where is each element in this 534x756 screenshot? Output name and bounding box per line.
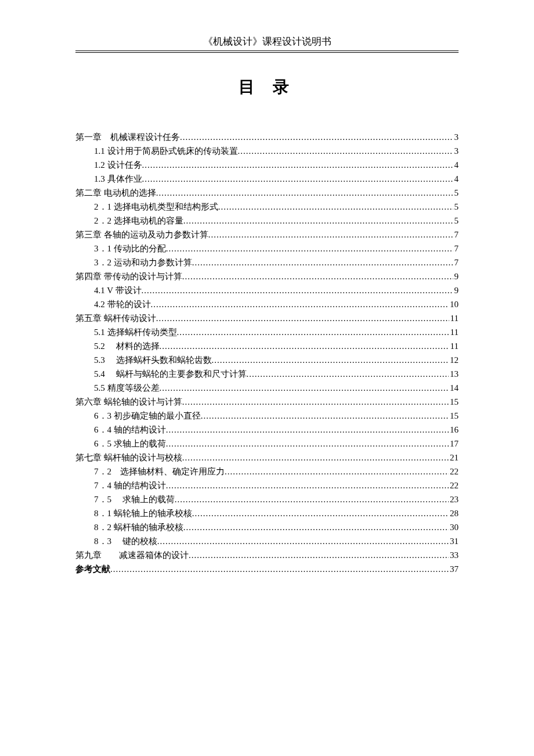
toc-leader-dots xyxy=(183,520,449,534)
toc-entry-label: 第一章 机械课程设计任务 xyxy=(75,130,180,144)
toc-entry-page: 7 xyxy=(453,255,459,269)
toc-entry: 8．1 蜗轮轴上的轴承校核28 xyxy=(75,506,459,520)
toc-entry: 7．2 选择轴材料、确定许用应力22 xyxy=(75,465,459,478)
toc-entry-page: 3 xyxy=(453,144,459,158)
toc-entry: 第九章 减速器箱体的设计33 xyxy=(75,548,459,562)
toc-entry-page: 5 xyxy=(453,200,459,214)
toc-entry-page: 13 xyxy=(449,367,459,381)
toc-entry-label: 8．2 蜗杆轴的轴承校核 xyxy=(94,520,183,534)
toc-entry-page: 3 xyxy=(453,130,459,144)
toc-entry: 5.2 材料的选择11 xyxy=(75,339,459,353)
table-of-contents: 第一章 机械课程设计任务31.1 设计用于简易卧式铣床的传动装置31.2 设计任… xyxy=(75,130,459,576)
toc-entry-label: 5.3 选择蜗杆头数和蜗轮齿数 xyxy=(94,353,212,367)
toc-entry: 6．5 求轴上的载荷17 xyxy=(75,437,459,451)
toc-entry-label: 5.5 精度等级公差 xyxy=(94,381,160,395)
toc-leader-dots xyxy=(157,534,449,548)
toc-entry: 1.3 具体作业4 xyxy=(75,172,459,186)
toc-entry-label: 3．2 运动和动力参数计算 xyxy=(94,255,192,269)
toc-entry-page: 11 xyxy=(449,325,459,339)
toc-entry-label: 7．5 求轴上的载荷 xyxy=(94,492,175,506)
toc-entry-label: 7．2 选择轴材料、确定许用应力 xyxy=(94,465,225,478)
toc-entry-label: 5.2 材料的选择 xyxy=(94,339,160,353)
toc-entry: 8．2 蜗杆轴的轴承校核30 xyxy=(75,520,459,534)
toc-entry-page: 9 xyxy=(453,283,459,297)
toc-entry-page: 28 xyxy=(449,506,459,520)
toc-entry: 5.5 精度等级公差14 xyxy=(75,381,459,395)
toc-entry-page: 14 xyxy=(449,381,459,395)
toc-entry-label: 参考文献 xyxy=(75,562,110,576)
toc-entry-page: 33 xyxy=(449,548,459,562)
toc-entry-label: 第三章 各轴的运动及动力参数计算 xyxy=(75,228,208,242)
toc-entry-label: 4.1 V 带设计 xyxy=(94,283,142,297)
toc-leader-dots xyxy=(201,409,449,423)
toc-entry-page: 15 xyxy=(449,409,459,423)
toc-entry: 3．2 运动和动力参数计算7 xyxy=(75,255,459,269)
toc-leader-dots xyxy=(182,395,449,409)
toc-entry: 4.1 V 带设计9 xyxy=(75,283,459,297)
toc-entry: 2．2 选择电动机的容量5 xyxy=(75,214,459,228)
toc-leader-dots xyxy=(142,172,453,186)
toc-entry-label: 2．2 选择电动机的容量 xyxy=(94,214,183,228)
toc-leader-dots xyxy=(151,297,449,311)
toc-entry-page: 7 xyxy=(453,242,459,255)
toc-entry: 2．1 选择电动机类型和结构形式5 xyxy=(75,200,459,214)
toc-leader-dots xyxy=(238,144,453,158)
toc-entry: 6．4 轴的结构设计16 xyxy=(75,423,459,437)
toc-entry: 第六章 蜗轮轴的设计与计算15 xyxy=(75,395,459,409)
toc-leader-dots xyxy=(110,562,449,576)
toc-leader-dots xyxy=(166,242,453,255)
toc-leader-dots xyxy=(156,186,453,200)
toc-entry: 8．3 键的校核31 xyxy=(75,534,459,548)
toc-entry-page: 9 xyxy=(453,269,459,283)
toc-entry-label: 8．1 蜗轮轴上的轴承校核 xyxy=(94,506,192,520)
toc-leader-dots xyxy=(180,130,453,144)
toc-entry-page: 31 xyxy=(449,534,459,548)
toc-leader-dots xyxy=(142,158,453,172)
toc-leader-dots xyxy=(183,214,453,228)
toc-leader-dots xyxy=(225,465,449,478)
toc-leader-dots xyxy=(142,283,453,297)
toc-leader-dots xyxy=(166,478,449,492)
document-page: 《机械设计》课程设计说明书 目 录 第一章 机械课程设计任务31.1 设计用于简… xyxy=(0,0,534,611)
toc-entry-label: 5.1 选择蜗杆传动类型 xyxy=(94,325,177,339)
toc-entry-page: 11 xyxy=(449,339,459,353)
toc-entry-label: 第九章 减速器箱体的设计 xyxy=(75,548,189,562)
toc-entry-label: 第六章 蜗轮轴的设计与计算 xyxy=(75,395,182,409)
toc-entry-label: 6．3 初步确定轴的最小直径 xyxy=(94,409,201,423)
toc-leader-dots xyxy=(192,506,449,520)
toc-entry-label: 5.4 蜗杆与蜗轮的主要参数和尺寸计算 xyxy=(94,367,247,381)
toc-entry: 7．5 求轴上的载荷23 xyxy=(75,492,459,506)
toc-entry: 1.1 设计用于简易卧式铣床的传动装置3 xyxy=(75,144,459,158)
toc-entry-page: 37 xyxy=(449,562,459,576)
running-header: 《机械设计》课程设计说明书 xyxy=(75,35,459,51)
toc-leader-dots xyxy=(175,492,449,506)
toc-entry-label: 第四章 带传动的设计与计算 xyxy=(75,269,182,283)
toc-entry: 4.2 带轮的设计10 xyxy=(75,297,459,311)
header-divider xyxy=(75,51,459,53)
toc-entry-page: 23 xyxy=(449,492,459,506)
toc-entry: 第二章 电动机的选择5 xyxy=(75,186,459,200)
toc-entry: 第四章 带传动的设计与计算9 xyxy=(75,269,459,283)
toc-entry: 第七章 蜗杆轴的设计与校核21 xyxy=(75,451,459,465)
toc-entry-page: 30 xyxy=(449,520,459,534)
toc-entry-label: 1.1 设计用于简易卧式铣床的传动装置 xyxy=(94,144,238,158)
toc-entry: 第三章 各轴的运动及动力参数计算7 xyxy=(75,228,459,242)
toc-entry-label: 1.3 具体作业 xyxy=(94,172,142,186)
toc-entry: 3．1 传动比的分配7 xyxy=(75,242,459,255)
toc-entry: 第五章 蜗杆传动设计11 xyxy=(75,311,459,325)
toc-entry-page: 11 xyxy=(449,311,459,325)
toc-leader-dots xyxy=(166,423,449,437)
toc-entry-label: 第五章 蜗杆传动设计 xyxy=(75,311,156,325)
toc-entry-page: 5 xyxy=(453,186,459,200)
toc-leader-dots xyxy=(189,548,449,562)
toc-entry-label: 2．1 选择电动机类型和结构形式 xyxy=(94,200,218,214)
toc-entry: 5.4 蜗杆与蜗轮的主要参数和尺寸计算13 xyxy=(75,367,459,381)
toc-entry: 5.3 选择蜗杆头数和蜗轮齿数12 xyxy=(75,353,459,367)
toc-leader-dots xyxy=(182,269,453,283)
toc-leader-dots xyxy=(160,381,449,395)
toc-leader-dots xyxy=(212,353,449,367)
toc-entry-page: 22 xyxy=(449,478,459,492)
toc-entry: 1.2 设计任务4 xyxy=(75,158,459,172)
toc-leader-dots xyxy=(156,311,449,325)
toc-entry-page: 4 xyxy=(453,158,459,172)
